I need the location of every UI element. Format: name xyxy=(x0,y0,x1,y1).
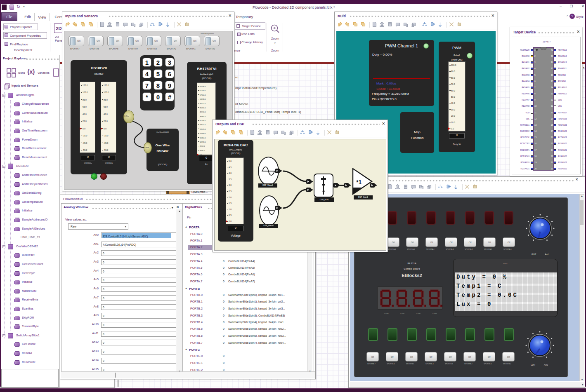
svg-text:*1: *1 xyxy=(356,179,362,185)
